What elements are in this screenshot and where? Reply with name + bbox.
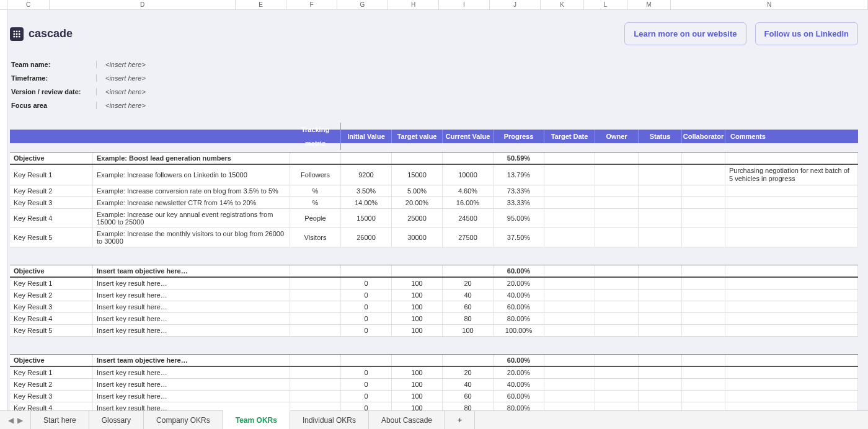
objective-text[interactable]: Insert team objective here… xyxy=(93,355,290,366)
kr-target[interactable]: 100 xyxy=(392,290,443,301)
version-value[interactable]: <insert here> xyxy=(97,88,146,95)
kr-collaborator[interactable] xyxy=(682,290,725,301)
kr-collaborator[interactable] xyxy=(682,197,725,208)
kr-owner[interactable] xyxy=(595,197,639,208)
kr-description[interactable]: Insert key result here… xyxy=(93,301,290,312)
kr-owner[interactable] xyxy=(595,313,639,324)
kr-owner[interactable] xyxy=(595,391,639,402)
kr-target-date[interactable] xyxy=(544,325,595,336)
kr-initial[interactable]: 26000 xyxy=(341,228,392,247)
key-result-row[interactable]: Key Result 4Insert key result here…01008… xyxy=(10,313,858,325)
kr-current[interactable]: 10000 xyxy=(443,165,494,185)
kr-target[interactable]: 100 xyxy=(392,301,443,312)
kr-target[interactable]: 15000 xyxy=(392,165,443,185)
kr-target-date[interactable] xyxy=(544,165,595,185)
key-result-row[interactable]: Key Result 5Insert key result here…01001… xyxy=(10,325,858,337)
kr-comment[interactable] xyxy=(725,228,858,247)
kr-target[interactable]: 30000 xyxy=(392,228,443,247)
kr-comment[interactable] xyxy=(725,325,858,336)
kr-status[interactable] xyxy=(639,402,682,410)
kr-target-date[interactable] xyxy=(544,278,595,289)
key-result-row[interactable]: Key Result 1Insert key result here…01002… xyxy=(10,278,858,290)
kr-owner[interactable] xyxy=(595,367,639,378)
objective-row[interactable]: ObjectiveInsert team objective here…60.0… xyxy=(10,354,858,367)
kr-metric[interactable] xyxy=(290,379,341,390)
col-M[interactable]: M xyxy=(627,0,671,9)
kr-target-date[interactable] xyxy=(544,367,595,378)
kr-target[interactable]: 100 xyxy=(392,325,443,336)
tab-glossary[interactable]: Glossary xyxy=(89,411,144,429)
kr-target-date[interactable] xyxy=(544,290,595,301)
key-result-row[interactable]: Key Result 3Example: Increase newsletter… xyxy=(10,197,858,209)
kr-description[interactable]: Example: Increase conversion rate on blo… xyxy=(93,185,290,197)
kr-status[interactable] xyxy=(639,209,682,228)
kr-metric[interactable] xyxy=(290,290,341,301)
kr-current[interactable]: 20 xyxy=(443,278,494,289)
tab-company-okrs[interactable]: Company OKRs xyxy=(144,411,223,429)
kr-comment[interactable] xyxy=(725,391,858,402)
kr-collaborator[interactable] xyxy=(682,379,725,390)
kr-initial[interactable]: 0 xyxy=(341,379,392,390)
kr-collaborator[interactable] xyxy=(682,367,725,378)
tab-about-cascade[interactable]: About Cascade xyxy=(369,411,445,429)
kr-description[interactable]: Insert key result here… xyxy=(93,402,290,410)
kr-target-date[interactable] xyxy=(544,313,595,324)
kr-description[interactable]: Insert key result here… xyxy=(93,391,290,402)
key-result-row[interactable]: Key Result 3Insert key result here…01006… xyxy=(10,301,858,313)
kr-target[interactable]: 5.00% xyxy=(392,185,443,197)
kr-target-date[interactable] xyxy=(544,197,595,208)
kr-description[interactable]: Example: Increase followers on Linkedin … xyxy=(93,165,290,185)
kr-description[interactable]: Example: Increase newsletter CTR from 14… xyxy=(93,197,290,208)
kr-target[interactable]: 100 xyxy=(392,313,443,324)
timeframe-value[interactable]: <insert here> xyxy=(97,74,146,82)
kr-comment[interactable] xyxy=(725,185,858,197)
kr-initial[interactable]: 9200 xyxy=(341,165,392,185)
objective-row[interactable]: ObjectiveExample: Boost lead generation … xyxy=(10,152,858,165)
kr-comment[interactable] xyxy=(725,402,858,410)
team-name-value[interactable]: <insert here> xyxy=(97,61,146,68)
kr-target[interactable]: 100 xyxy=(392,367,443,378)
objective-text[interactable]: Example: Boost lead generation numbers xyxy=(93,153,290,164)
kr-current[interactable]: 60 xyxy=(443,391,494,402)
key-result-row[interactable]: Key Result 1Insert key result here…01002… xyxy=(10,367,858,379)
kr-description[interactable]: Insert key result here… xyxy=(93,379,290,390)
kr-collaborator[interactable] xyxy=(682,228,725,247)
tab-prev-icon[interactable]: ◀ xyxy=(8,416,14,425)
col-N[interactable]: N xyxy=(671,0,868,9)
kr-current[interactable]: 20 xyxy=(443,367,494,378)
kr-collaborator[interactable] xyxy=(682,209,725,228)
col-C[interactable]: C xyxy=(7,0,50,9)
kr-comment[interactable] xyxy=(725,301,858,312)
objective-row[interactable]: ObjectiveInsert team objective here…60.0… xyxy=(10,265,858,278)
kr-current[interactable]: 80 xyxy=(443,313,494,324)
kr-current[interactable]: 16.00% xyxy=(443,197,494,208)
kr-description[interactable]: Insert key result here… xyxy=(93,290,290,301)
kr-comment[interactable] xyxy=(725,379,858,390)
col-J[interactable]: J xyxy=(490,0,541,9)
kr-owner[interactable] xyxy=(595,185,639,197)
objective-text[interactable]: Insert team objective here… xyxy=(93,265,290,276)
kr-target[interactable]: 25000 xyxy=(392,209,443,228)
col-E[interactable]: E xyxy=(236,0,286,9)
tab-individual-okrs[interactable]: Individual OKRs xyxy=(290,411,369,429)
kr-initial[interactable]: 0 xyxy=(341,313,392,324)
kr-comment[interactable] xyxy=(725,290,858,301)
kr-initial[interactable]: 0 xyxy=(341,402,392,410)
kr-current[interactable]: 40 xyxy=(443,379,494,390)
col-D[interactable]: D xyxy=(50,0,236,9)
linkedin-button[interactable]: Follow us on LinkedIn xyxy=(755,22,859,45)
kr-status[interactable] xyxy=(639,391,682,402)
key-result-row[interactable]: Key Result 1Example: Increase followers … xyxy=(10,165,858,185)
kr-collaborator[interactable] xyxy=(682,325,725,336)
kr-description[interactable]: Insert key result here… xyxy=(93,325,290,336)
kr-owner[interactable] xyxy=(595,290,639,301)
kr-current[interactable]: 24500 xyxy=(443,209,494,228)
kr-initial[interactable]: 15000 xyxy=(341,209,392,228)
kr-target-date[interactable] xyxy=(544,391,595,402)
kr-initial[interactable]: 0 xyxy=(341,278,392,289)
kr-metric[interactable]: % xyxy=(290,185,341,197)
kr-status[interactable] xyxy=(639,185,682,197)
tab-team-okrs[interactable]: Team OKRs xyxy=(223,410,290,429)
kr-metric[interactable]: % xyxy=(290,197,341,208)
kr-owner[interactable] xyxy=(595,165,639,185)
